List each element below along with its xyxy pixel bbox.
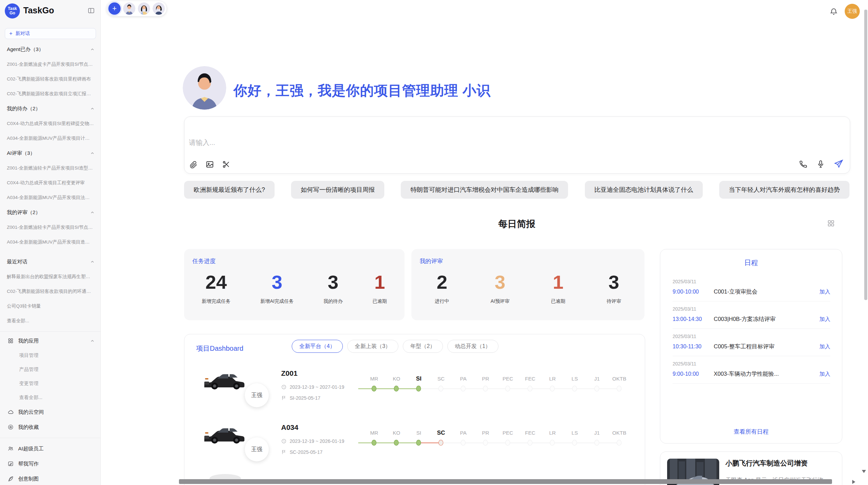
sidebar-task-item[interactable]: Z001-全新燃油轻卡产品开发项目SI造型提交物评审 — [0, 161, 100, 175]
milestone-label: SC — [430, 375, 452, 383]
sidebar-app-product-mgmt[interactable]: 产品管理 — [0, 362, 100, 376]
layout-grid-icon[interactable] — [827, 219, 835, 227]
sidebar-item-favorites[interactable]: 我的收藏 — [0, 420, 100, 435]
sidebar-task-item[interactable]: C0X4-动力总成开发项目工程变更评审 — [0, 175, 100, 190]
send-icon[interactable] — [834, 159, 844, 169]
scroll-down-arrow-icon[interactable] — [862, 470, 866, 473]
sidebar-section-header[interactable]: Agent已办（3） — [0, 42, 100, 57]
stat-label: 新增AI完成任务 — [260, 298, 293, 304]
dashboard-filter-pill[interactable]: 全新上装（3） — [347, 340, 398, 353]
dashboard-filters: 全新平台（4）全新上装（3）年型（2）动总开发（1） — [292, 340, 498, 353]
join-button[interactable]: 加入 — [819, 316, 830, 323]
sidebar-task-item[interactable]: C0X4-动力总成开发项目SI里程碑提交物检查 — [0, 116, 100, 131]
milestone-label: SI — [408, 429, 430, 437]
sidebar-task-item[interactable]: Z001-全新燃油轻卡产品开发项目SI节点属性5D文件评审 — [0, 220, 100, 235]
sidebar-recent-item[interactable]: C02-飞腾新能源轻客改款项目的闭环通告反馈情况 — [0, 284, 100, 299]
view-all-schedule-link[interactable]: 查看所有日程 — [660, 428, 842, 436]
milestone-dot — [461, 440, 466, 446]
dashboard-filter-pill[interactable]: 全新平台（4） — [292, 340, 343, 353]
sidebar-item-cloud-space[interactable]: 我的云空间 — [0, 405, 100, 420]
sidebar-app-project-mgmt[interactable]: 项目管理 — [0, 348, 100, 362]
sidebar-recent-item[interactable]: 公司Q3轻卡销量 — [0, 299, 100, 313]
stats-row: 2进行中3AI预评审1已逾期3待评审 — [414, 271, 642, 304]
horizontal-scrollbar[interactable] — [179, 479, 832, 484]
sidebar-task-item[interactable]: A034-全新新能源MUV产品开发项目法规符合性评审 — [0, 190, 100, 205]
suggestion-chip[interactable]: 如何写一份清晰的项目周报 — [291, 181, 384, 199]
sidebar-item-my-apps[interactable]: 我的应用 — [0, 333, 100, 348]
my-apps-label: 我的应用 — [18, 338, 85, 344]
sidebar-task-item[interactable]: A034-全新新能源MUV产品开发项目造型可行性评审 — [0, 235, 100, 249]
sidebar-task-item[interactable]: C02-飞腾新能源轻客改款项目里程碑画布 — [0, 72, 100, 86]
chevron-up-icon[interactable] — [90, 151, 95, 156]
sidebar-task-item[interactable]: A034-全新新能源MUV产品开发项目计划变更表编写 — [0, 131, 100, 146]
chevron-up-icon[interactable] — [90, 338, 95, 344]
sidebar-item-help-me-write[interactable]: 帮我写作 — [0, 456, 100, 471]
join-button[interactable]: 加入 — [819, 371, 830, 378]
join-button[interactable]: 加入 — [819, 343, 830, 350]
suggestion-chip[interactable]: 当下年轻人对汽车外观有怎样的喜好趋势 — [719, 181, 849, 199]
sidebar-bottom: 我的应用 项目管理 产品管理 变更管理 查看全部... 我的云空间 我的收藏 A… — [0, 333, 100, 485]
my-review-card: 我的评审 2进行中3AI预评审1已逾期3待评审 — [411, 249, 644, 320]
chevron-up-icon[interactable] — [90, 210, 95, 215]
stats-row: 24新增完成任务3新增AI完成任务3我的待办1已逾期 — [187, 271, 402, 304]
chevron-up-icon[interactable] — [90, 106, 95, 111]
new-chat-button[interactable]: + 新对话 — [5, 28, 96, 39]
sidebar-section-header[interactable]: 最近对话 — [0, 254, 100, 269]
user-avatar[interactable]: 王强 — [845, 4, 860, 19]
milestone-dot — [550, 386, 555, 391]
sidebar-section-header[interactable]: AI评审（3） — [0, 146, 100, 161]
suggestion-chip[interactable]: 比亚迪全固态电池计划具体说了什么 — [585, 181, 703, 199]
project-date-range: 2023-12-19 ~ 2026-01-19 — [290, 438, 344, 444]
phone-icon[interactable] — [799, 160, 808, 169]
scissors-icon[interactable] — [222, 160, 231, 169]
chevron-up-icon[interactable] — [90, 47, 95, 52]
sidebar-item-creative-drawing[interactable]: 创意制图 — [0, 471, 100, 485]
suggestion-chip[interactable]: 特朗普可能对进口汽车增税会对中国车企造成哪些影响 — [401, 181, 568, 199]
sidebar-section-header[interactable]: 我的评审（2） — [0, 205, 100, 220]
ai-super-staff-label: AI超级员工 — [18, 446, 95, 452]
milestone-dot — [438, 386, 443, 391]
help-me-write-label: 帮我写作 — [18, 461, 95, 467]
sidebar-task-item[interactable]: Z001-全新燃油皮卡产品开发项目SI节点Lesson Learn报告 — [0, 57, 100, 72]
join-button[interactable]: 加入 — [819, 288, 830, 296]
project-row[interactable]: 王强 Z001 2023-12-19 ~ 2027-01-19 SI-2025-… — [196, 365, 638, 416]
scroll-right-arrow-icon[interactable] — [852, 480, 855, 484]
suggestion-chip[interactable]: 欧洲新规最近颁布了什么? — [184, 181, 275, 199]
favorites-label: 我的收藏 — [18, 424, 95, 431]
milestone-label: J1 — [586, 429, 608, 437]
avatar[interactable] — [123, 2, 135, 15]
sidebar-app-change-mgmt[interactable]: 变更管理 — [0, 376, 100, 390]
microphone-icon[interactable] — [816, 160, 825, 169]
sidebar-task-item[interactable]: C02-飞腾新能源轻客改款项目立项汇报方案 — [0, 86, 100, 101]
people-icon — [8, 446, 14, 452]
paperclip-icon[interactable] — [189, 160, 198, 169]
sidebar-item-ai-super-staff[interactable]: AI超级员工 — [0, 441, 100, 456]
add-conversation-button[interactable]: + — [108, 2, 121, 15]
sidebar-recent-view-all[interactable]: 查看全部... — [0, 313, 100, 328]
milestone-label: MR — [363, 375, 385, 383]
image-icon[interactable] — [205, 160, 214, 169]
project-row[interactable]: 王强 A034 2023-12-19 ~ 2026-01-19 SC-2025-… — [196, 419, 638, 471]
stat-value: 24 — [202, 271, 230, 294]
sidebar-apps-view-all[interactable]: 查看全部... — [0, 390, 100, 405]
dashboard-filter-pill[interactable]: 年型（2） — [403, 340, 443, 353]
app-title: TaskGo — [23, 5, 54, 15]
notification-bell-icon[interactable] — [830, 8, 838, 16]
milestone-dot — [372, 440, 376, 446]
avatar[interactable] — [153, 2, 165, 15]
chevron-up-icon[interactable] — [90, 259, 95, 264]
chat-input-box[interactable]: 请输入... — [184, 116, 850, 174]
stat-value: 2 — [435, 271, 449, 294]
stat-value: 3 — [324, 271, 343, 294]
star-circle-icon — [8, 424, 14, 430]
sidebar-section-header[interactable]: 我的待办（2） — [0, 101, 100, 116]
sidebar-recent-item[interactable]: 解释最新出台的欧盟报废车法规再生塑料比例被调至15%... — [0, 269, 100, 284]
vertical-scrollbar[interactable] — [864, 10, 867, 300]
sidebar-collapse-icon[interactable] — [87, 7, 95, 14]
dashboard-filter-pill[interactable]: 动总开发（1） — [447, 340, 498, 353]
section-label: 最近对话 — [7, 259, 27, 265]
composer-left-actions — [189, 160, 231, 169]
milestone-dot — [416, 386, 421, 391]
section-label: AI评审（3） — [7, 150, 35, 157]
avatar[interactable] — [138, 2, 150, 15]
